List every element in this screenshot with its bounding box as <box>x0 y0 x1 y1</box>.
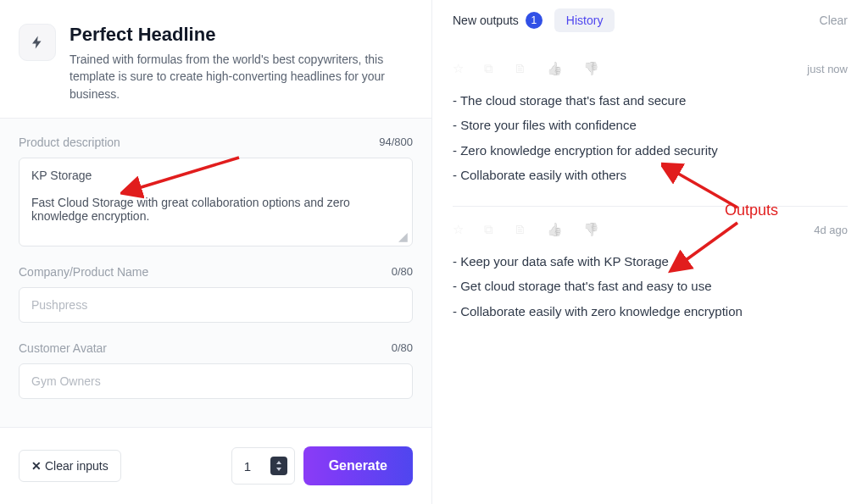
output-text: The cloud storage that's fast and secure… <box>453 88 848 187</box>
company-name-input[interactable] <box>19 287 413 323</box>
document-icon[interactable]: 🗎 <box>514 61 526 76</box>
copy-icon[interactable]: ⧉ <box>484 222 493 237</box>
star-icon[interactable]: ☆ <box>453 61 464 76</box>
company-name-count: 0/80 <box>392 265 413 278</box>
annotation-label: Outputs <box>725 202 778 219</box>
close-icon: ✕ <box>31 459 42 473</box>
tab-new-outputs[interactable]: New outputs 1 <box>453 12 542 29</box>
page-title: Perfect Headline <box>70 24 413 46</box>
bolt-icon <box>19 24 56 61</box>
thumbs-up-icon[interactable]: 👍 <box>547 61 563 76</box>
output-text: Keep your data safe with KP StorageGet c… <box>453 249 848 324</box>
company-name-label: Company/Product Name <box>19 265 148 279</box>
product-description-label: Product description <box>19 136 120 149</box>
clear-outputs-link[interactable]: Clear <box>820 14 848 27</box>
customer-avatar-input[interactable] <box>19 363 413 399</box>
generate-button[interactable]: Generate <box>303 446 413 485</box>
output-card: ☆⧉🗎👍👎just nowThe cloud storage that's fa… <box>453 46 848 207</box>
tab-history[interactable]: History <box>554 8 615 32</box>
page-subtitle: Trained with formulas from the world's b… <box>70 51 413 102</box>
output-timestamp: just now <box>807 63 848 75</box>
template-header: Perfect Headline Trained with formulas f… <box>0 0 431 118</box>
quantity-stepper[interactable]: 1 <box>231 447 295 485</box>
customer-avatar-label: Customer Avatar <box>19 341 107 355</box>
output-card: ☆⧉🗎👍👎4d agoKeep your data safe with KP S… <box>453 207 848 342</box>
thumbs-down-icon[interactable]: 👎 <box>583 61 599 76</box>
new-count-badge: 1 <box>526 12 542 29</box>
output-timestamp: 4d ago <box>814 224 848 236</box>
customer-avatar-count: 0/80 <box>392 341 413 354</box>
clear-inputs-button[interactable]: ✕ Clear inputs <box>19 450 121 482</box>
thumbs-up-icon[interactable]: 👍 <box>547 222 563 237</box>
outputs-list: ☆⧉🗎👍👎just nowThe cloud storage that's fa… <box>432 39 868 504</box>
star-icon[interactable]: ☆ <box>453 222 464 237</box>
product-description-input[interactable] <box>19 158 413 246</box>
copy-icon[interactable]: ⧉ <box>484 61 493 76</box>
document-icon[interactable]: 🗎 <box>514 222 526 237</box>
product-description-count: 94/800 <box>379 136 413 148</box>
stepper-icon <box>270 457 287 475</box>
thumbs-down-icon[interactable]: 👎 <box>583 222 599 237</box>
